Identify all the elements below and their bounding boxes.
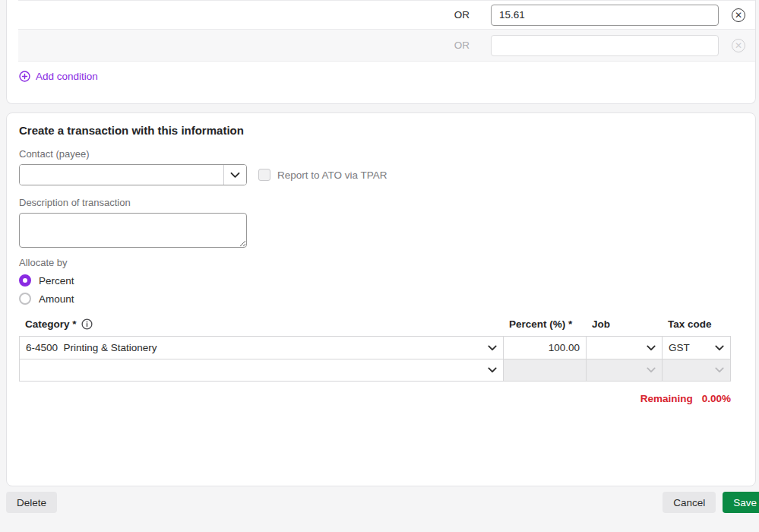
tax-code-select[interactable]: GST	[663, 337, 731, 359]
category-select[interactable]: 6-4500 Printing & Stationery	[20, 337, 504, 359]
remove-condition-icon[interactable]: ✕	[732, 8, 745, 22]
percent-cell[interactable]: 100.00	[504, 337, 587, 359]
allocation-row	[20, 359, 731, 381]
allocate-option-percent[interactable]: Percent	[19, 274, 743, 287]
chevron-down-icon	[647, 367, 656, 373]
rule-edit-page: OR ✕ OR ✕ Add condition Create a transac…	[0, 0, 759, 532]
condition-value-input[interactable]	[491, 35, 719, 56]
chevron-down-icon	[715, 345, 724, 351]
percent-header: Percent (%) *	[504, 318, 587, 330]
percent-value: 100.00	[549, 342, 580, 353]
remove-condition-icon: ✕	[732, 39, 745, 52]
info-icon[interactable]	[81, 318, 93, 330]
circle-plus-icon	[19, 71, 30, 82]
category-select[interactable]	[20, 359, 504, 381]
chevron-down-icon	[715, 367, 724, 373]
condition-value-input[interactable]	[491, 5, 719, 26]
tax-code-select	[663, 359, 731, 381]
chevron-down-icon	[647, 345, 656, 351]
allocation-row: 6-4500 Printing & Stationery 100.00	[20, 337, 731, 359]
remaining-label: Remaining	[640, 393, 693, 404]
remaining-status: Remaining0.00%	[19, 393, 731, 404]
add-condition-label: Add condition	[36, 71, 98, 82]
allocation-table-header: Category * Percent (%) * Job Tax code	[19, 318, 731, 336]
condition-rows: OR ✕ OR ✕	[18, 0, 755, 62]
job-header: Job	[587, 318, 663, 330]
remaining-value: 0.00%	[702, 393, 731, 404]
condition-row: OR ✕	[18, 0, 755, 29]
radio-label: Percent	[39, 275, 74, 287]
allocate-by-label: Allocate by	[19, 257, 743, 268]
tpar-label: Report to ATO via TPAR	[277, 169, 387, 181]
cancel-button[interactable]: Cancel	[663, 492, 716, 513]
section-heading: Create a transaction with this informati…	[19, 124, 743, 137]
radio-unselected-icon[interactable]	[19, 293, 31, 305]
chevron-down-icon	[488, 367, 497, 373]
contact-combobox[interactable]	[19, 164, 247, 185]
add-condition-button[interactable]: Add condition	[19, 71, 98, 82]
percent-cell	[504, 359, 587, 381]
save-button[interactable]: Save	[723, 492, 759, 513]
contact-label: Contact (payee)	[19, 148, 743, 160]
chevron-down-icon	[230, 172, 240, 179]
footer-actions: Delete Cancel Save	[0, 492, 759, 513]
radio-label: Amount	[39, 293, 74, 305]
tax-code-header: Tax code	[663, 318, 731, 330]
or-label: OR	[454, 9, 470, 21]
description-label: Description of transaction	[19, 197, 743, 208]
conditions-card: OR ✕ OR ✕ Add condition	[6, 0, 756, 104]
description-textarea[interactable]	[19, 213, 247, 248]
allocation-grid: 6-4500 Printing & Stationery 100.00	[19, 336, 731, 382]
tpar-checkbox[interactable]	[258, 169, 270, 181]
category-header: Category *	[25, 318, 77, 330]
job-select[interactable]	[587, 337, 663, 359]
condition-row: OR ✕	[18, 29, 755, 62]
allocate-option-amount[interactable]: Amount	[19, 293, 743, 305]
radio-selected-icon[interactable]	[19, 274, 31, 287]
delete-button[interactable]: Delete	[6, 492, 57, 513]
tpar-checkbox-group: Report to ATO via TPAR	[258, 169, 387, 181]
contact-dropdown-button[interactable]	[223, 165, 246, 185]
contact-input[interactable]	[20, 165, 223, 185]
allocation-table: Category * Percent (%) * Job Tax code 6-…	[19, 318, 731, 404]
tax-code-value: GST	[669, 342, 715, 353]
chevron-down-icon	[488, 345, 497, 351]
or-label: OR	[454, 40, 470, 51]
job-select	[587, 359, 663, 381]
transaction-card: Create a transaction with this informati…	[6, 112, 756, 486]
category-value: 6-4500 Printing & Stationery	[26, 342, 488, 353]
